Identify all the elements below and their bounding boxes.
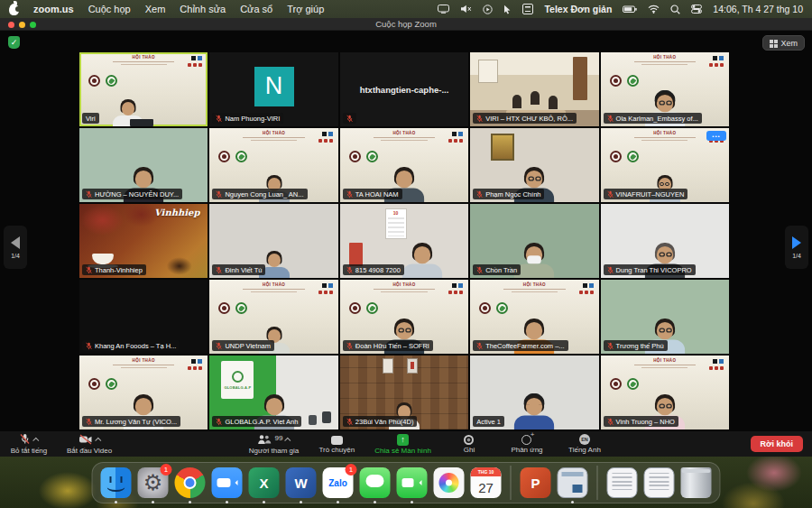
wifi-icon[interactable] [648,5,660,14]
participant-tile[interactable]: Phạm Ngọc Chính [470,128,598,202]
volume-muted-icon[interactable] [460,5,472,14]
participant-tile[interactable]: VinhhiepThanh-Vinhhiep [79,204,208,278]
participant-tile[interactable]: Chồn Trần [470,204,598,278]
participant-name-center: htxthangtien-caphe-... [340,52,468,126]
traffic-lights[interactable] [8,22,36,28]
facetime-dock-icon[interactable] [397,467,428,498]
zoom-dock-icon[interactable] [212,467,243,498]
powerpoint-dock-icon[interactable]: P [521,467,551,498]
coffee-logo [88,378,100,390]
system-settings-dock-icon[interactable]: ⚙1 [138,467,169,498]
encryption-shield-icon[interactable]: ✓ [8,36,20,49]
minimized-document-2-dock-icon[interactable] [644,467,675,498]
participant-tile[interactable]: HỘI THẢONguyen Cong Luan_ AN... [209,128,337,202]
menu-view[interactable]: Xem [145,4,166,14]
pointer-icon[interactable] [503,5,512,14]
participant-tile[interactable]: htxthangtien-caphe-... [340,52,468,126]
menu-window[interactable]: Cửa sổ [240,4,272,14]
gallery-grid: HỘI THẢOViriNNam Phuong-VIRIhtxthangtien… [79,52,729,429]
banner-title: HỘI THẢO [601,358,729,363]
participant-name-label: TA HOAI NAM [343,189,402,199]
menu-zoom-us[interactable]: zoom.us [33,4,74,14]
next-page-button[interactable]: 1/4 [785,226,808,269]
participant-tile[interactable]: HỘI THẢOTA HOAI NAM [340,128,468,202]
coffee-logo [610,151,622,162]
dock-separator [511,466,512,500]
record-button[interactable]: Ghi [449,433,489,455]
running-indicator [115,501,117,503]
participant-tile[interactable]: NNam Phuong-VIRI [209,52,337,126]
window-title: Cuộc họp Zoom [375,19,437,29]
participants-count: 99 [275,434,283,442]
leaf-logo [496,302,508,314]
participants-button[interactable]: 99 Người tham gia [249,433,300,455]
battery-icon[interactable] [623,5,637,14]
chrome-dock-icon[interactable] [175,467,206,498]
minimized-window-dock-icon[interactable] [558,467,588,498]
video-options-chevron[interactable] [95,437,101,443]
photos-dock-icon[interactable] [434,467,465,498]
participant-tile[interactable]: HỘI THẢOViri [79,52,208,126]
screen-mirroring-icon[interactable] [438,5,449,14]
participant-tile[interactable]: 23Bùi Văn Phú(4D) [340,356,468,429]
menu-clock[interactable]: 14:06, Th 4 27 thg 10 [713,4,803,14]
participant-tile[interactable]: HỘI THẢOOla Karlman_Embassy of... [601,52,729,126]
muted-mic-icon [346,418,353,426]
menu-help[interactable]: Trợ giúp [287,4,324,14]
view-button[interactable]: Xem [762,35,805,51]
messages-dock-icon[interactable] [360,467,391,498]
input-method-label[interactable]: Telex Đơn giản [544,4,612,14]
participant-tile[interactable]: HỘI THẢOĐoàn Hữu Tiến – SOFRI [340,280,468,354]
more-options-button[interactable]: ••• [706,131,726,141]
participant-tile[interactable]: HỘI THẢOVinh Truong – NHO [601,356,729,429]
play-status-icon[interactable] [483,5,493,14]
participant-tile[interactable]: HỘI THẢOUNDP Vietnam [209,280,337,354]
participant-tile[interactable]: HỘI THẢO•••VINAFRUIT–NGUYEN [601,128,729,202]
chat-button[interactable]: Trò chuyện [317,433,356,455]
participant-tile[interactable]: 10815 4908 7200 [340,204,468,278]
input-method-icon[interactable] [522,4,533,14]
mic-options-chevron[interactable] [32,437,39,443]
participant-tile[interactable]: Dung Tran Thi VICOPRO [601,204,729,278]
participant-tile[interactable]: HỘI THẢOMr. Lương Văn Tự (VICO... [79,356,208,429]
muted-mic-icon [607,190,614,199]
excel-dock-icon[interactable]: X [249,467,280,498]
participant-tile[interactable]: GLOBALG.A.PGLOBALG.A.P. Viet Anh [209,356,337,429]
participant-name-label [343,113,356,124]
banner-logos [322,283,333,288]
initial-avatar: N [254,67,294,106]
leaf-logo [235,151,247,162]
share-screen-button[interactable]: ↑ Chia sẻ Màn hình [374,433,431,455]
prev-page-button[interactable]: 1/4 [4,226,27,269]
participant-tile[interactable]: Khang An Fooods – Tạ H... [79,280,208,354]
participant-tile[interactable]: VIRI – HTX CHƯ KBÔ, RÔ... [470,52,598,126]
calendar-dock-icon[interactable]: THG 1027 [471,467,502,498]
minimized-document-1-dock-icon[interactable] [607,467,638,498]
muted-mic-icon [476,342,483,350]
control-center-icon[interactable] [691,5,702,14]
leave-meeting-button[interactable]: Rời khỏi [751,436,803,452]
reactions-button[interactable]: Phản ứng [507,433,547,455]
word-dock-icon[interactable]: W [286,467,317,498]
unmute-button[interactable]: Bỏ tắt tiếng [9,433,49,455]
participant-tile[interactable]: HƯỜNG – NGUYỄN DUY... [79,128,208,202]
search-icon[interactable] [670,5,680,14]
dock-separator [597,466,598,500]
finder-dock-icon[interactable] [101,467,132,498]
menu-edit[interactable]: Chỉnh sửa [180,4,226,14]
participant-tile[interactable]: Trương thế Phú [601,280,729,354]
leaf-logo [235,302,247,314]
window-titlebar[interactable]: Cuộc họp Zoom [0,18,812,31]
menu-meeting[interactable]: Cuộc họp [88,4,131,14]
apple-menu-icon[interactable] [9,4,19,15]
next-arrow-icon [792,236,801,249]
participants-options-chevron[interactable] [285,437,291,443]
participant-tile[interactable]: HỘI THẢOTheCoffeeFarmer.com –... [470,280,598,354]
trash-dock-icon[interactable] [681,467,712,498]
interpretation-button[interactable]: EN Tiếng Anh [565,433,604,455]
participant-tile[interactable]: Đinh Viết Tú [209,204,337,278]
wall-calendar: 10 [385,208,407,239]
participant-tile[interactable]: Active 1 [470,356,598,429]
zalo-dock-icon[interactable]: Zalo1 [323,467,354,498]
start-video-button[interactable]: Bắt đầu Video [67,433,112,455]
